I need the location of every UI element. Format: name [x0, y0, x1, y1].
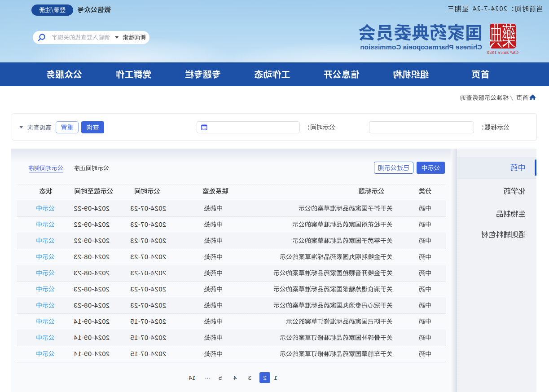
- svg-text:2024-09-22: 2024-09-22: [74, 221, 110, 228]
- svg-text:2024-09-14: 2024-09-14: [74, 318, 110, 325]
- svg-text:14: 14: [189, 374, 196, 381]
- svg-text:2024-07-15: 2024-07-15: [130, 318, 166, 325]
- svg-text:4: 4: [233, 374, 237, 381]
- svg-text:2024-09-22: 2024-09-22: [74, 205, 110, 212]
- svg-text:2024-07-23: 2024-07-23: [130, 286, 166, 293]
- svg-text:1: 1: [274, 374, 277, 381]
- svg-text:...: ...: [205, 373, 210, 380]
- svg-text:2024-07-23: 2024-07-23: [130, 221, 166, 228]
- svg-text:2024-09-14: 2024-09-14: [74, 350, 110, 357]
- svg-text:2024-09-22: 2024-09-22: [74, 237, 110, 244]
- svg-text:2024-08-23: 2024-08-23: [74, 253, 110, 260]
- svg-text:2024-08-23: 2024-08-23: [74, 302, 110, 309]
- svg-text:2024-07-23: 2024-07-23: [130, 269, 166, 277]
- svg-text:2024-07-23: 2024-07-23: [130, 205, 166, 212]
- svg-text:3: 3: [248, 374, 252, 381]
- svg-text:2024-08-23: 2024-08-23: [74, 269, 110, 277]
- svg-text:2: 2: [263, 374, 267, 381]
- svg-text:Chinese Pharmacopoeia Commissi: Chinese Pharmacopoeia Commission: [360, 43, 482, 51]
- svg-text:2024-07-23: 2024-07-23: [130, 253, 166, 260]
- svg-text:ChP Since 1950: ChP Since 1950: [487, 49, 518, 55]
- svg-text:2024-07-23: 2024-07-23: [130, 237, 166, 244]
- svg-text:5: 5: [219, 374, 222, 381]
- svg-text:2024-07-15: 2024-07-15: [130, 350, 166, 357]
- svg-text:2024-07-15: 2024-07-15: [130, 334, 166, 341]
- svg-text:2024-08-23: 2024-08-23: [74, 286, 110, 293]
- svg-text:2024-07-23: 2024-07-23: [130, 302, 166, 309]
- svg-text:2024-09-14: 2024-09-14: [74, 334, 110, 341]
